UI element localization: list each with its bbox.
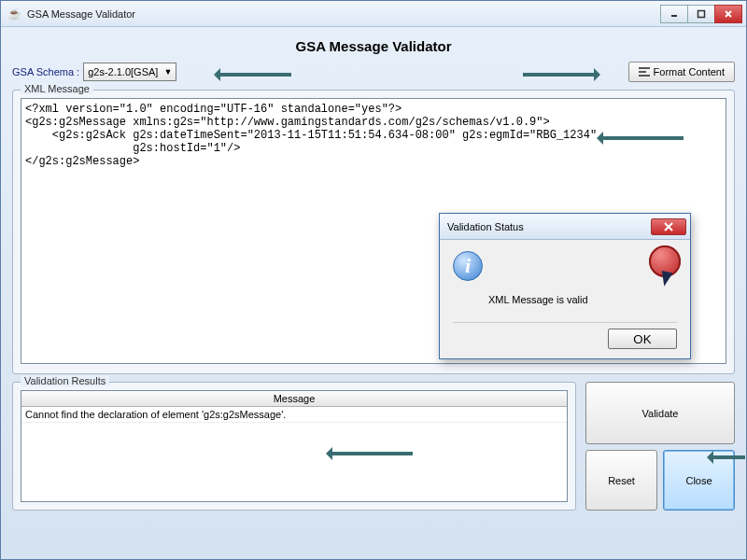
maximize-button[interactable] xyxy=(687,5,715,23)
minimize-button[interactable] xyxy=(660,5,688,23)
page-title: GSA Message Validator xyxy=(12,38,735,54)
dialog-close-button[interactable] xyxy=(651,218,686,235)
dialog-title: Validation Status xyxy=(447,221,651,232)
schema-select[interactable]: g2s-2.1.0[GSA] ▼ xyxy=(83,63,176,81)
close-window-button[interactable] xyxy=(714,5,742,23)
chevron-down-icon: ▼ xyxy=(163,67,172,77)
reset-button[interactable]: Reset xyxy=(585,450,657,511)
xml-group-legend: XML Message xyxy=(21,83,93,94)
info-icon: i xyxy=(453,251,483,281)
validate-button[interactable]: Validate xyxy=(585,382,735,444)
titlebar[interactable]: ☕ GSA Message Validator xyxy=(1,1,746,27)
validation-results-group: Validation Results Message Cannot find t… xyxy=(12,382,576,511)
java-icon: ☕ xyxy=(7,7,21,21)
annotation-arrow xyxy=(329,452,413,455)
action-button-panel: Validate Reset Close xyxy=(585,382,735,511)
validation-status-dialog[interactable]: Validation Status i XML Message is valid… xyxy=(439,213,691,359)
ribbon-icon xyxy=(658,271,672,287)
dialog-titlebar[interactable]: Validation Status xyxy=(440,214,690,240)
annotation-arrow xyxy=(710,455,745,459)
svg-rect-1 xyxy=(698,10,705,17)
dialog-message: XML Message is valid xyxy=(488,294,677,305)
window-title: GSA Message Validator xyxy=(27,8,661,20)
annotation-arrow xyxy=(523,73,598,77)
annotation-arrow xyxy=(599,136,684,140)
format-content-button[interactable]: Format Content xyxy=(628,62,735,82)
table-row[interactable]: Cannot find the declaration of element '… xyxy=(21,407,567,423)
format-content-label: Format Content xyxy=(654,66,725,77)
results-header-message: Message xyxy=(21,391,567,407)
format-icon xyxy=(639,67,650,77)
results-group-legend: Validation Results xyxy=(21,375,109,386)
schema-label: GSA Schema : xyxy=(12,66,79,77)
schema-selected-value: g2s-2.1.0[GSA] xyxy=(88,66,158,77)
results-table[interactable]: Message Cannot find the declaration of e… xyxy=(21,390,568,502)
ok-button[interactable]: OK xyxy=(608,329,677,349)
annotation-arrow xyxy=(217,73,291,77)
